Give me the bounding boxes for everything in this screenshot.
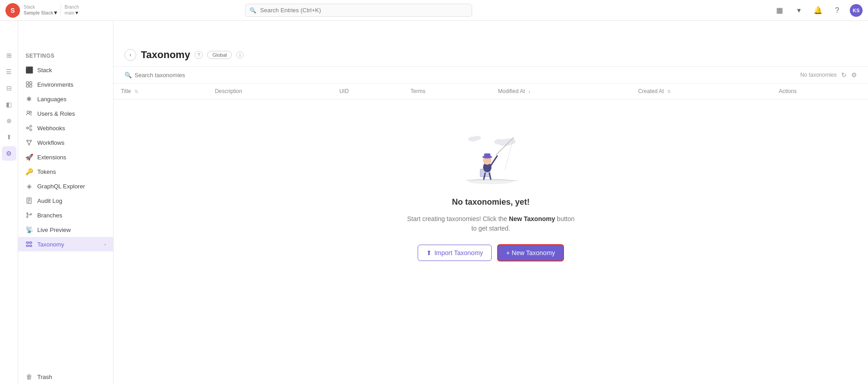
- main-content: ‹ Taxonomy ? Global i 🔍 No taxonomies ↻ …: [114, 21, 868, 384]
- svg-rect-2: [26, 85, 29, 87]
- col-terms: Terms: [403, 84, 490, 99]
- sidebar-item-stack[interactable]: ⬛ Stack: [18, 63, 113, 77]
- global-badge[interactable]: Global: [207, 51, 232, 59]
- extensions-icon: 🚀: [25, 153, 33, 161]
- svg-point-23: [494, 139, 505, 144]
- col-actions: Actions: [772, 84, 868, 99]
- taxonomy-search-input[interactable]: [135, 72, 225, 79]
- sidebar-item-graphql[interactable]: ◈ GraphQL Explorer: [18, 179, 113, 193]
- svg-point-14: [27, 217, 28, 218]
- sidebar-item-trash[interactable]: 🗑 Trash: [18, 369, 113, 384]
- global-search: 🔍: [245, 4, 472, 17]
- svg-point-22: [505, 138, 515, 145]
- search-input[interactable]: [245, 4, 472, 17]
- sidebar: Settings ⬛ Stack Environments ✱ Language…: [18, 21, 114, 384]
- sidebar-item-workflows[interactable]: Workflows: [18, 135, 113, 150]
- svg-rect-16: [26, 242, 29, 243]
- col-description: Description: [208, 84, 332, 99]
- rail-broadcast-icon[interactable]: ⊕: [2, 113, 16, 128]
- sidebar-item-tokens[interactable]: 🔑 Tokens: [18, 164, 113, 179]
- svg-rect-1: [30, 82, 32, 84]
- sidebar-item-label: Audit Log: [37, 197, 106, 204]
- rail-plugin-icon[interactable]: ⊟: [2, 81, 16, 95]
- branch-label: Branch: [65, 5, 79, 10]
- info-icon[interactable]: i: [236, 51, 244, 59]
- brand-logo[interactable]: S: [5, 3, 20, 18]
- sidebar-item-live-preview[interactable]: 📡 Live Preview: [18, 222, 113, 237]
- notifications-button[interactable]: 🔔: [812, 4, 824, 17]
- topbar: S Stack Sample Stack ▾ Branch main ▾ 🔍 ▦…: [0, 0, 868, 21]
- sidebar-item-label: Tokens: [37, 168, 106, 175]
- sidebar-item-extensions[interactable]: 🚀 Extensions: [18, 150, 113, 164]
- svg-point-4: [27, 111, 30, 113]
- sidebar-item-label: Live Preview: [37, 226, 106, 233]
- sidebar-item-environments[interactable]: Environments: [18, 77, 113, 92]
- rail-deploy-icon[interactable]: ⬆: [2, 130, 16, 144]
- languages-icon: ✱: [25, 95, 33, 103]
- svg-point-5: [30, 111, 32, 113]
- svg-point-6: [26, 127, 28, 129]
- tokens-icon: 🔑: [25, 168, 33, 175]
- back-button[interactable]: ‹: [125, 49, 136, 61]
- col-created-at[interactable]: Created At ⇅: [631, 84, 772, 99]
- sidebar-header: Settings: [18, 46, 113, 63]
- table-search-area: 🔍: [125, 72, 225, 79]
- svg-rect-3: [30, 85, 32, 87]
- svg-point-10: [30, 140, 32, 142]
- sidebar-item-languages[interactable]: ✱ Languages: [18, 92, 113, 106]
- trash-icon: 🗑: [25, 373, 33, 380]
- col-modified-at[interactable]: Modified At ↓: [491, 84, 631, 99]
- workflows-icon: [25, 139, 33, 146]
- icon-rail: ⊞ ☰ ⊟ ◧ ⊕ ⬆ ⚙: [0, 21, 18, 384]
- empty-actions: ⬆ Import Taxonomy + New Taxonomy: [418, 244, 564, 261]
- help-icon[interactable]: ?: [195, 51, 203, 59]
- dropdown-button[interactable]: ▾: [793, 4, 805, 17]
- sidebar-item-label: Branches: [37, 212, 106, 219]
- help-button[interactable]: ?: [831, 4, 843, 17]
- table-meta: No taxonomies ↻ ⚙: [800, 71, 857, 79]
- rail-grid-icon[interactable]: ⊞: [2, 48, 16, 63]
- rail-list-icon[interactable]: ☰: [2, 64, 16, 79]
- taxonomy-chevron: ›: [105, 242, 106, 247]
- sidebar-item-label: Trash: [37, 374, 106, 380]
- sidebar-item-label: Languages: [37, 96, 106, 103]
- table-search-icon: 🔍: [125, 72, 132, 79]
- stack-selector[interactable]: Stack Sample Stack ▾: [24, 5, 57, 16]
- taxonomy-icon: [25, 241, 33, 248]
- empty-state: No taxonomies, yet! Start creating taxon…: [114, 99, 868, 280]
- table-settings-button[interactable]: ⚙: [851, 71, 857, 79]
- svg-point-25: [474, 136, 481, 140]
- col-title[interactable]: Title ⇅: [114, 84, 208, 99]
- search-icon: 🔍: [249, 7, 256, 14]
- empty-illustration: [454, 127, 527, 190]
- avatar[interactable]: KS: [850, 4, 863, 17]
- live-preview-icon: 📡: [25, 226, 33, 233]
- topbar-actions: ▦ ▾ 🔔 ? KS: [773, 4, 863, 17]
- sidebar-item-branches[interactable]: Branches: [18, 208, 113, 222]
- sidebar-item-webhooks[interactable]: Webhooks: [18, 121, 113, 135]
- sidebar-item-users-roles[interactable]: Users & Roles: [18, 106, 113, 121]
- branch-name: main ▾: [65, 10, 79, 16]
- empty-title: No taxonomies, yet!: [452, 197, 529, 207]
- svg-point-13: [27, 213, 28, 214]
- refresh-button[interactable]: ↻: [841, 71, 847, 79]
- branches-icon: [25, 212, 33, 219]
- sidebar-item-label: Taxonomy: [37, 241, 100, 248]
- stack-label: Stack: [24, 5, 57, 10]
- grid-view-button[interactable]: ▦: [773, 4, 786, 17]
- import-icon: ⬆: [426, 249, 432, 256]
- taxonomy-table: Title ⇅ Description UID Terms Modified A…: [114, 84, 868, 384]
- new-taxonomy-button[interactable]: + New Taxonomy: [497, 244, 564, 261]
- sidebar-item-audit-log[interactable]: Audit Log: [18, 193, 113, 208]
- svg-rect-30: [484, 153, 490, 158]
- branch-selector[interactable]: Branch main ▾: [60, 5, 79, 16]
- empty-desc: Start creating taxonomies! Click the New…: [404, 214, 577, 233]
- sidebar-item-label: Users & Roles: [37, 110, 106, 117]
- sidebar-item-taxonomy[interactable]: Taxonomy ›: [18, 237, 113, 251]
- col-uid: UID: [332, 84, 404, 99]
- rail-settings-icon[interactable]: ⚙: [2, 146, 16, 161]
- import-taxonomy-button[interactable]: ⬆ Import Taxonomy: [418, 245, 492, 261]
- sidebar-item-label: Workflows: [37, 139, 106, 146]
- svg-point-9: [27, 140, 28, 142]
- rail-layers-icon[interactable]: ◧: [2, 97, 16, 112]
